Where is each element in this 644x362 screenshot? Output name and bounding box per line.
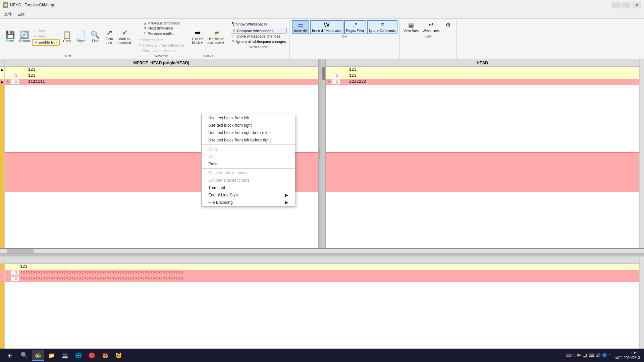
tray-icon-5: ⌨ xyxy=(589,353,594,358)
conflict-area-right[interactable] xyxy=(326,152,639,192)
line-num: 2 xyxy=(11,277,19,281)
prev-conflict-button[interactable]: ⇑ Previous conflict xyxy=(142,31,181,36)
enable-edit-button[interactable]: ✏ Enable Edit xyxy=(32,39,60,46)
bottom-left-gutter xyxy=(0,256,5,350)
taskbar-app-red[interactable]: 🔴 xyxy=(86,350,98,361)
reload-button[interactable]: 🔄 Reload xyxy=(17,30,32,44)
prev-diff-button[interactable]: ▲ Previous difference xyxy=(142,21,181,25)
menu-file[interactable]: 文件 xyxy=(1,11,15,18)
copy-label: Copy xyxy=(63,39,71,43)
ctx-encoding-arrow: ▶ xyxy=(285,200,288,205)
ctx-use-left-before-right[interactable]: Use text block from left before right xyxy=(202,136,295,144)
up-arrow-icon: ▲ xyxy=(143,21,147,25)
minimize-button[interactable]: ─ xyxy=(612,2,621,8)
table-row: = 1 123 xyxy=(326,73,639,79)
edit-group-label: Edit xyxy=(65,54,71,58)
line-code: 123 xyxy=(27,73,318,78)
maximize-button[interactable]: □ xyxy=(623,2,631,8)
ignore-comments-button[interactable]: ≡ Ignore Comments xyxy=(367,20,397,34)
ctx-end-of-line[interactable]: End of Line Style ▶ xyxy=(202,191,295,199)
view-buttons: ▤ View Bars ↵ Wrap Lines ⚙ xyxy=(402,20,454,34)
ctx-file-encoding[interactable]: File Encoding ▶ xyxy=(202,199,295,206)
right-vscroll[interactable] xyxy=(639,59,644,248)
ribbon-group-whitespaces: ¶ Show Whitespaces ✔ Compare whitespaces… xyxy=(228,20,290,59)
splitter-handle xyxy=(319,149,320,159)
taskbar-app-tortoise[interactable]: 🐢 xyxy=(32,350,44,361)
ignore-all-ws-button[interactable]: ✕ Ignore all whitespace changes xyxy=(231,39,287,44)
close-button[interactable]: ✕ xyxy=(633,2,641,8)
ctx-paste[interactable]: Paste xyxy=(202,160,295,168)
settings-button[interactable]: ⚙ xyxy=(442,20,454,34)
right-pane[interactable]: HEAD = 123 = 1 123 + xyxy=(326,59,639,248)
taskbar-app-vs[interactable]: 💻 xyxy=(59,350,71,361)
redo-icon: ↪ xyxy=(33,34,36,39)
view-bars-button[interactable]: ▤ View Bars xyxy=(402,20,420,34)
navigate-group-label: Navigate xyxy=(155,54,168,58)
bottom-empty[interactable] xyxy=(5,282,639,342)
bottom-pane-content[interactable]: - 123 ↕ 1 ??????????????????????????????… xyxy=(5,264,639,342)
search-button[interactable]: 🔍 xyxy=(17,349,31,361)
next-diff-button[interactable]: ▼ Next difference xyxy=(142,26,181,31)
ctx-sep-2 xyxy=(202,168,295,169)
taskbar-app-explorer[interactable]: 📁 xyxy=(46,350,58,361)
prev-conflict-label: Previous conflict xyxy=(148,32,174,36)
paste-label: Paste xyxy=(77,39,86,43)
vertical-splitter[interactable] xyxy=(318,59,321,248)
right-pane-content[interactable]: = 123 = 1 123 + 2 2222222 xyxy=(326,67,639,192)
ctx-use-right-before-left[interactable]: Use text block from right before left xyxy=(202,129,295,136)
next-inline-button: ⇨ Next inline difference xyxy=(138,48,185,53)
next-inline-icon: ⇨ xyxy=(139,48,142,53)
undo-button: ↩ Undo xyxy=(32,28,60,34)
show-whitespaces-button[interactable]: ¶ Show Whitespaces xyxy=(231,21,287,27)
horizontal-splitter[interactable] xyxy=(0,253,644,256)
inline-word-button[interactable]: W Inline diff word-wise xyxy=(310,20,343,34)
prev-diff-label: Previous difference xyxy=(148,21,180,25)
ribbon-group-navigate: ▲ Previous difference ▼ Next difference … xyxy=(135,20,189,59)
empty-area-right[interactable] xyxy=(326,85,639,152)
clock-time: 10:11 xyxy=(615,351,640,355)
ctx-trim-right[interactable]: Trim right xyxy=(202,184,295,191)
next-conflict-label: Next conflict xyxy=(143,38,163,42)
inline-diff-icon: ⚌ xyxy=(298,21,303,29)
use-theirs-button[interactable]: ● ● Use 'theirs'text block ▾ xyxy=(206,28,226,46)
table-row: 1 123 xyxy=(5,73,318,79)
block-buttons: ➡ Use leftblock ▾ ● ● Use 'theirs'text b… xyxy=(190,20,226,54)
taskbar-app-firefox[interactable]: 🦊 xyxy=(99,350,111,361)
top-hscroll[interactable] xyxy=(0,249,644,253)
redo-label: Redo xyxy=(38,34,46,38)
ctx-use-right[interactable]: Use text block from right xyxy=(202,122,295,129)
bottom-pane[interactable]: - 123 ↕ 1 ??????????????????????????????… xyxy=(5,256,639,350)
line-marker: + xyxy=(326,80,332,84)
wrap-lines-label: Wrap Lines xyxy=(423,29,439,33)
taskbar-app-chrome[interactable]: 🌐 xyxy=(72,350,85,361)
ignore-comments-label: Ignore Comments xyxy=(369,29,395,33)
table-row: ↕ 2 ????????????????????????????????????… xyxy=(5,276,639,282)
copy-button[interactable]: 📋 Copy xyxy=(60,30,74,44)
inline-diff-button[interactable]: ⚌ Inline diff xyxy=(292,20,309,34)
goto-line-button[interactable]: ↗ GotoLine xyxy=(103,28,116,46)
diff-buttons: ⚌ Inline diff W Inline diff word-wise .*… xyxy=(292,20,397,34)
compare-whitespaces-button[interactable]: ✔ Compare whitespaces xyxy=(231,28,287,34)
table-row: + 2 2222222 xyxy=(326,79,639,85)
ignore-ws-changes-button[interactable]: ○ Ignore whitespace changes xyxy=(231,34,287,39)
use-left-block-button[interactable]: ➡ Use leftblock ▾ xyxy=(190,28,205,46)
mark-resolved-button[interactable]: ✔ Mark asresolved xyxy=(117,28,133,46)
ctx-use-left[interactable]: Use text block from left xyxy=(202,114,295,122)
line-code: 123 xyxy=(348,67,639,72)
taskbar-app-cat[interactable]: 🐱 xyxy=(113,350,125,361)
table-row: ↕ 1 ????????????????????????????????????… xyxy=(5,270,639,276)
start-button[interactable]: ⊞ xyxy=(3,349,16,361)
paste-button[interactable]: 📄 Paste xyxy=(74,30,88,44)
save-button[interactable]: 💾 Save xyxy=(3,30,17,44)
bottom-vscroll[interactable] xyxy=(639,256,644,350)
line-marker: = xyxy=(5,68,11,72)
find-icon: 🔍 xyxy=(91,31,100,39)
find-button[interactable]: 🔍 Find xyxy=(89,30,102,44)
inline-word-icon: W xyxy=(324,21,330,28)
prev-inline-button: ⇦ Previous inline difference xyxy=(138,43,185,48)
right-header-text: HEAD xyxy=(477,61,488,65)
menu-edit[interactable]: Edit xyxy=(15,11,27,17)
regex-filter-button[interactable]: .* Regex Filter xyxy=(344,20,366,34)
wrap-lines-button[interactable]: ↵ Wrap Lines xyxy=(421,20,441,34)
ribbon: 💾 Save 🔄 Reload ↩ Undo ↪ Redo ✏ xyxy=(0,19,644,59)
